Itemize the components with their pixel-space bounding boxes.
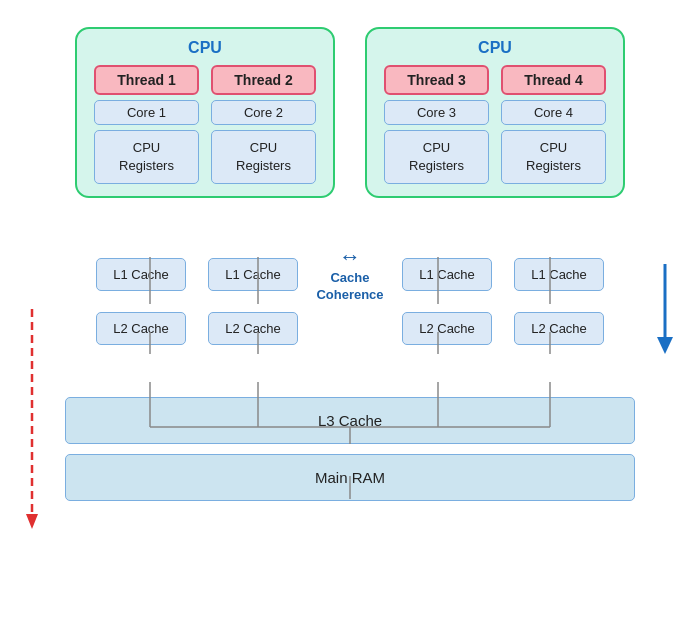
- cpu-registers-2: CPURegisters: [211, 130, 316, 184]
- cache-coherence: ↔ CacheCoherence: [310, 244, 390, 304]
- core-1-label: Core 1: [94, 100, 199, 125]
- l2-cache-4: L2 Cache: [514, 312, 604, 345]
- core-3-label: Core 3: [384, 100, 489, 125]
- l1-cache-1: L1 Cache: [96, 258, 186, 291]
- cpu-2: CPU Thread 3 Core 3 CPURegisters Thread …: [365, 27, 625, 198]
- l2-cache-2: L2 Cache: [208, 312, 298, 345]
- core-4-box: Thread 4 Core 4 CPURegisters: [501, 65, 606, 184]
- cache-coherence-text: CacheCoherence: [316, 270, 383, 304]
- core-4-label: Core 4: [501, 100, 606, 125]
- core-1-box: Thread 1 Core 1 CPURegisters: [94, 65, 199, 184]
- cpu-registers-1: CPURegisters: [94, 130, 199, 184]
- svg-marker-16: [26, 514, 38, 529]
- cpu-registers-4: CPURegisters: [501, 130, 606, 184]
- thread-2: Thread 2: [211, 65, 316, 95]
- l2-cache-1: L2 Cache: [96, 312, 186, 345]
- thread-3: Thread 3: [384, 65, 489, 95]
- core-2-label: Core 2: [211, 100, 316, 125]
- l2-cache-3: L2 Cache: [402, 312, 492, 345]
- core-2-box: Thread 2 Core 2 CPURegisters: [211, 65, 316, 184]
- cpu-registers-3: CPURegisters: [384, 130, 489, 184]
- cpu-1-label: CPU: [188, 39, 222, 57]
- l3-cache: L3 Cache: [65, 397, 635, 444]
- cpu-2-label: CPU: [478, 39, 512, 57]
- l1-cache-3: L1 Cache: [402, 258, 492, 291]
- thread-4: Thread 4: [501, 65, 606, 95]
- l1-cache-4: L1 Cache: [514, 258, 604, 291]
- core-3-box: Thread 3 Core 3 CPURegisters: [384, 65, 489, 184]
- main-ram: Main RAM: [65, 454, 635, 501]
- thread-1: Thread 1: [94, 65, 199, 95]
- l1-cache-2: L1 Cache: [208, 258, 298, 291]
- cpu-1: CPU Thread 1 Core 1 CPURegisters Thread …: [75, 27, 335, 198]
